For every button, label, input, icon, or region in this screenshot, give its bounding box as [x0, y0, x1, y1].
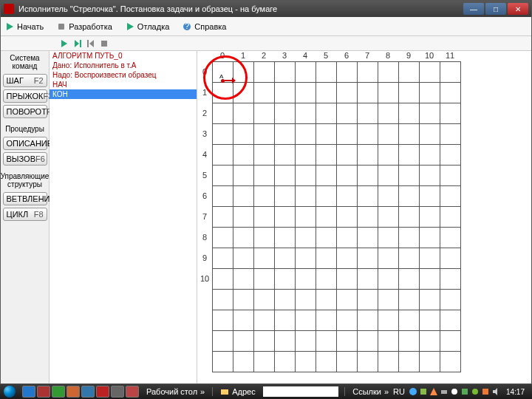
grid-cell[interactable]: [399, 248, 420, 269]
grid-cell[interactable]: [316, 290, 337, 310]
grid-cell[interactable]: [337, 290, 358, 310]
grid-canvas[interactable]: 01234567891011 012345678910 A: [197, 51, 531, 383]
grid-cell[interactable]: [440, 83, 461, 103]
grid-cell[interactable]: [296, 62, 316, 83]
grid-cell[interactable]: [378, 124, 399, 145]
grid-cell[interactable]: [337, 248, 358, 269]
grid-cell[interactable]: [378, 228, 399, 248]
grid-cell[interactable]: [296, 207, 316, 228]
grid-cell[interactable]: [337, 103, 358, 124]
grid-cell[interactable]: [358, 310, 378, 331]
grid-cell[interactable]: [358, 124, 378, 145]
grid-cell[interactable]: [440, 269, 461, 290]
grid-cell[interactable]: [213, 269, 233, 290]
grid-cell[interactable]: [275, 186, 296, 207]
call-command-button[interactable]: ВЫЗОВF6: [3, 152, 47, 166]
tray-icon[interactable]: [471, 387, 480, 396]
grid-cell[interactable]: [440, 352, 461, 372]
grid-cell[interactable]: [337, 352, 358, 372]
tray-icon[interactable]: [440, 387, 449, 396]
grid-cell[interactable]: [399, 269, 420, 290]
grid-cell[interactable]: [420, 145, 440, 166]
task-icon[interactable]: [81, 386, 95, 398]
grid-cell[interactable]: [337, 331, 358, 352]
turn-command-button[interactable]: ПОВОРОТF4: [3, 105, 47, 118]
grid-cell[interactable]: [378, 145, 399, 166]
grid-cell[interactable]: [296, 331, 316, 352]
grid-cell[interactable]: [254, 62, 275, 83]
grid-cell[interactable]: [337, 62, 358, 83]
tray-icon[interactable]: [409, 387, 417, 396]
grid-cell[interactable]: [378, 269, 399, 290]
grid-cell[interactable]: [358, 145, 378, 166]
grid-cell[interactable]: [358, 186, 378, 207]
grid-cell[interactable]: [337, 207, 358, 228]
close-button[interactable]: ✕: [508, 3, 528, 15]
grid-cell[interactable]: [316, 207, 337, 228]
grid-cell[interactable]: [337, 228, 358, 248]
grid-cell[interactable]: [420, 290, 440, 310]
task-icon[interactable]: [22, 386, 35, 398]
jump-command-button[interactable]: ПРЫЖОКF3: [3, 89, 47, 103]
grid-cell[interactable]: [254, 186, 275, 207]
grid-cell[interactable]: [275, 83, 296, 103]
grid-cell[interactable]: [399, 352, 420, 372]
grid-cell[interactable]: [399, 186, 420, 207]
grid-cell[interactable]: [337, 145, 358, 166]
grid-cell[interactable]: [275, 228, 296, 248]
grid-cell[interactable]: [213, 166, 233, 186]
grid-cell[interactable]: [254, 145, 275, 166]
grid-cell[interactable]: [233, 290, 254, 310]
grid-cell[interactable]: [296, 186, 316, 207]
grid-cell[interactable]: [358, 83, 378, 103]
grid-cell[interactable]: [420, 62, 440, 83]
desktop-toolbar[interactable]: Рабочий стол»: [142, 387, 209, 396]
grid-cell[interactable]: [254, 207, 275, 228]
grid-cell[interactable]: [358, 166, 378, 186]
dev-button[interactable]: Разработка: [57, 22, 112, 31]
grid-cell[interactable]: [378, 103, 399, 124]
step-command-button[interactable]: ШАГF2: [3, 74, 47, 87]
grid-cell[interactable]: [296, 103, 316, 124]
grid-cell[interactable]: [233, 228, 254, 248]
grid-cell[interactable]: [399, 290, 420, 310]
grid-cell[interactable]: [378, 248, 399, 269]
grid-cell[interactable]: [440, 145, 461, 166]
grid-cell[interactable]: [440, 207, 461, 228]
grid-cell[interactable]: [213, 145, 233, 166]
grid-cell[interactable]: [316, 62, 337, 83]
tray-icon[interactable]: [460, 387, 469, 396]
grid-cell[interactable]: [378, 310, 399, 331]
grid-cell[interactable]: [254, 124, 275, 145]
grid-cell[interactable]: [233, 269, 254, 290]
grid-cell[interactable]: [316, 166, 337, 186]
step-back-icon[interactable]: [86, 39, 95, 48]
grid-cell[interactable]: [233, 83, 254, 103]
grid-cell[interactable]: [213, 290, 233, 310]
help-button[interactable]: ? Справка: [183, 22, 226, 31]
grid-cell[interactable]: [358, 228, 378, 248]
tray-icon[interactable]: [429, 387, 438, 396]
grid-cell[interactable]: [440, 248, 461, 269]
grid-cell[interactable]: [378, 83, 399, 103]
grid-cell[interactable]: [233, 124, 254, 145]
grid-cell[interactable]: [213, 248, 233, 269]
grid-cell[interactable]: [233, 352, 254, 372]
step-forward-icon[interactable]: [73, 39, 82, 48]
branch-command-button[interactable]: ВЕТВЛЕНИЕF7: [3, 192, 47, 205]
grid-cell[interactable]: [296, 124, 316, 145]
task-icon[interactable]: [96, 386, 109, 398]
tray-icon[interactable]: [450, 387, 459, 396]
grid-cell[interactable]: [337, 124, 358, 145]
grid-cell[interactable]: [337, 166, 358, 186]
grid-cell[interactable]: [358, 352, 378, 372]
code-editor[interactable]: АЛГОРИТМ ПУТЬ_0 Дано: Исполнитель в т.А …: [50, 51, 197, 383]
clock[interactable]: 14:17: [502, 388, 529, 396]
grid-cell[interactable]: [358, 103, 378, 124]
grid-cell[interactable]: [399, 62, 420, 83]
grid-cell[interactable]: [316, 124, 337, 145]
stop-icon[interactable]: [100, 39, 109, 48]
grid-cell[interactable]: [358, 207, 378, 228]
task-icon[interactable]: [111, 386, 124, 398]
grid-cell[interactable]: [233, 62, 254, 83]
